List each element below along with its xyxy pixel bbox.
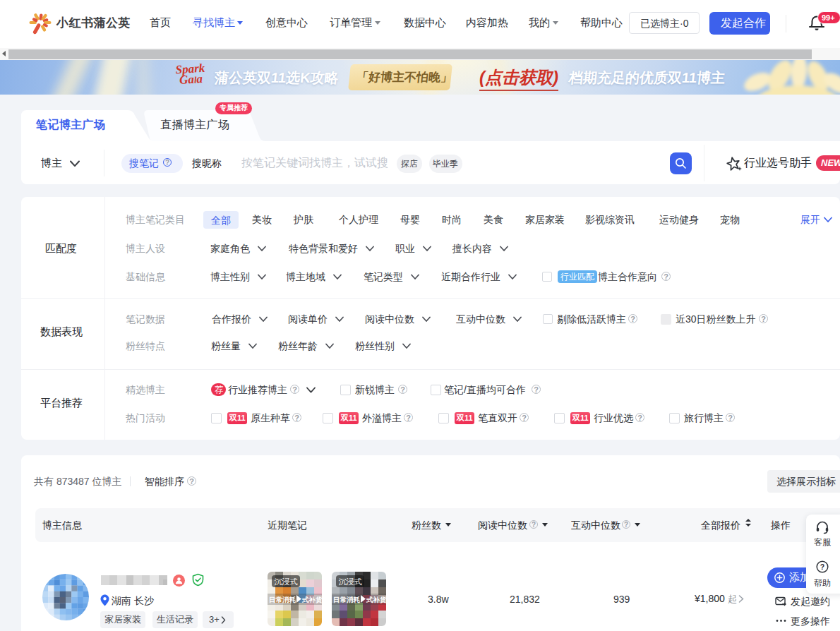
- svg-text:日常消耗: 日常消耗: [269, 596, 296, 603]
- svg-text:式补货: 式补货: [301, 596, 322, 603]
- svg-text:沉浸式: 沉浸式: [339, 577, 362, 586]
- svg-text:式补货: 式补货: [366, 596, 386, 603]
- svg-text:沉浸式: 沉浸式: [275, 577, 298, 586]
- svg-text:日常消耗: 日常消耗: [333, 596, 361, 603]
- svg-text:?: ?: [820, 563, 824, 571]
